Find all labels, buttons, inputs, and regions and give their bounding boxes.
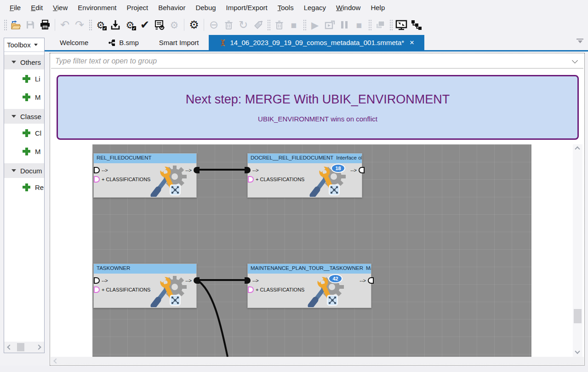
tab-list-dropdown[interactable] — [577, 39, 583, 43]
save-button[interactable] — [23, 18, 37, 32]
output-port[interactable] — [359, 167, 365, 173]
delete-2-button[interactable] — [272, 18, 286, 32]
print-button[interactable] — [38, 18, 52, 32]
menu-behavior[interactable]: Behavior — [153, 1, 190, 14]
chevron-down-icon[interactable] — [572, 57, 578, 63]
toolbox-group-others[interactable]: Others — [4, 55, 44, 69]
menu-legacy[interactable]: Legacy — [299, 1, 331, 14]
menu-file[interactable]: File — [5, 1, 26, 14]
delete-button[interactable] — [222, 18, 235, 32]
tab-close-icon[interactable]: × — [410, 39, 414, 46]
export-settings-button[interactable]: ⚙ ✔ — [123, 18, 137, 32]
stop-2-button[interactable]: ■ — [352, 18, 366, 32]
scroll-up-icon[interactable] — [575, 146, 580, 151]
hierarchy-button[interactable] — [409, 18, 423, 32]
tab-smmeta-active[interactable]: 14_06_2023_09_19_09_comos_metadata_001.s… — [209, 35, 424, 50]
remove-button[interactable]: ⊖ — [207, 18, 221, 32]
tab-bar: Welcome B.smp Smart Import — [0, 35, 588, 52]
save-icon — [26, 20, 35, 29]
toolbar-grip[interactable] — [303, 19, 306, 31]
stop-button[interactable]: ■ — [287, 18, 301, 32]
stop-icon: ■ — [291, 20, 297, 30]
toolbar-grip[interactable] — [88, 19, 92, 31]
toolbox-item[interactable]: Li — [4, 69, 44, 88]
input-port[interactable] — [94, 167, 100, 173]
classifications-port[interactable] — [248, 176, 254, 183]
validate-button[interactable]: ✔ — [138, 18, 152, 32]
menu-edit[interactable]: Edit — [26, 1, 48, 14]
toolbar-separator — [204, 19, 204, 31]
classifications-port[interactable] — [94, 176, 100, 183]
node-graph-canvas[interactable]: REL_FILEDOCUMENT --> + CLASSIFICATIONS -… — [92, 144, 531, 357]
smart-import-document: Next step: MERGE With UBIK_ENVIRONMENT U… — [50, 53, 585, 366]
node-docrel-rel-filedocument[interactable]: DOCREL__REL_FILEDOCUMENTInterface object… — [247, 153, 362, 198]
screen-share-button[interactable] — [394, 18, 408, 32]
output-port[interactable] — [194, 167, 200, 173]
menu-project[interactable]: Project — [122, 1, 154, 14]
vertical-scrollbar[interactable] — [573, 144, 582, 357]
scrollbar-thumb[interactable] — [17, 343, 24, 351]
design-gear-button[interactable]: ⚙ — [167, 18, 181, 32]
toolbar-grip[interactable] — [389, 19, 393, 31]
toolbox-group-documents[interactable]: Docum — [4, 163, 44, 178]
run-window-button[interactable] — [323, 18, 337, 32]
active-tab-underline — [45, 50, 588, 52]
input-port[interactable] — [94, 277, 100, 284]
tab-label: Welcome — [60, 39, 88, 46]
pause-button[interactable] — [337, 18, 351, 32]
node-maintenance-plan-tour-taskowner[interactable]: MAINTENANCE_PLAN_TOUR__TASKOWNERMainte..… — [247, 263, 371, 308]
toolbox-title: Toolbox — [7, 41, 31, 49]
layers-icon — [375, 20, 386, 29]
start-button[interactable]: ▶ — [308, 18, 322, 32]
menu-import-export[interactable]: Import/Export — [221, 1, 273, 14]
settings-button[interactable]: ⚙ — [187, 18, 201, 32]
tab-smart-import[interactable]: Smart Import — [149, 35, 209, 50]
import-settings-button[interactable]: ⚙ ✔ — [94, 18, 108, 32]
scroll-down-icon[interactable] — [575, 349, 580, 354]
toolbox-item[interactable]: Cl — [4, 124, 44, 142]
node-taskowner[interactable]: TASKOWNER --> + CLASSIFICATIONS --> — [93, 263, 197, 308]
scroll-left-icon[interactable] — [7, 344, 12, 349]
menu-window[interactable]: Window — [331, 1, 365, 14]
toolbar-grip[interactable] — [267, 19, 270, 31]
toolbar-grip[interactable] — [3, 19, 7, 31]
group-label: Others — [20, 58, 41, 66]
menu-view[interactable]: View — [48, 1, 73, 14]
scroll-right-icon[interactable] — [36, 344, 41, 349]
item-label: Re — [35, 183, 44, 191]
toolbox-item[interactable]: Re — [4, 178, 44, 196]
tag-button[interactable] — [251, 18, 265, 32]
plus-icon — [23, 75, 30, 83]
layers-button[interactable] — [373, 18, 387, 32]
classifications-port[interactable] — [248, 286, 254, 293]
toolbox-header[interactable]: Toolbox — [4, 38, 44, 52]
apply-form-button[interactable] — [153, 18, 166, 32]
open-file-button[interactable] — [9, 18, 23, 32]
toolbar-grip[interactable] — [368, 19, 371, 31]
toolbox-h-scrollbar[interactable] — [4, 342, 44, 353]
menu-help[interactable]: Help — [365, 1, 390, 14]
tab-welcome[interactable]: Welcome — [50, 35, 98, 50]
menu-debug[interactable]: Debug — [190, 1, 221, 14]
input-port[interactable] — [245, 167, 251, 173]
scroll-left-icon[interactable] — [53, 358, 58, 363]
import-file-button[interactable] — [108, 18, 122, 32]
undo-button[interactable]: ↶ — [58, 18, 72, 32]
classifications-port[interactable] — [94, 286, 100, 293]
tab-bsmp[interactable]: B.smp — [98, 35, 149, 50]
redo-button[interactable]: ↷ — [73, 18, 86, 32]
toolbox-item[interactable]: M — [4, 88, 44, 106]
output-port[interactable] — [368, 277, 374, 284]
menu-environment[interactable]: Environment — [73, 1, 121, 14]
menu-tools[interactable]: Tools — [273, 1, 299, 14]
toolbox-item[interactable]: M — [4, 142, 44, 160]
horizontal-scrollbar[interactable] — [51, 357, 584, 365]
gear-icon: ⚙ — [189, 19, 199, 30]
input-port[interactable] — [245, 277, 251, 284]
toolbox-group-classes[interactable]: Classe — [4, 109, 44, 124]
filter-input[interactable] — [51, 54, 573, 68]
refresh-button[interactable]: ↻ — [236, 18, 250, 32]
output-port[interactable] — [194, 277, 200, 284]
node-rel-filedocument[interactable]: REL_FILEDOCUMENT --> + CLASSIFICATIONS -… — [93, 153, 197, 198]
scrollbar-thumb[interactable] — [574, 309, 582, 323]
